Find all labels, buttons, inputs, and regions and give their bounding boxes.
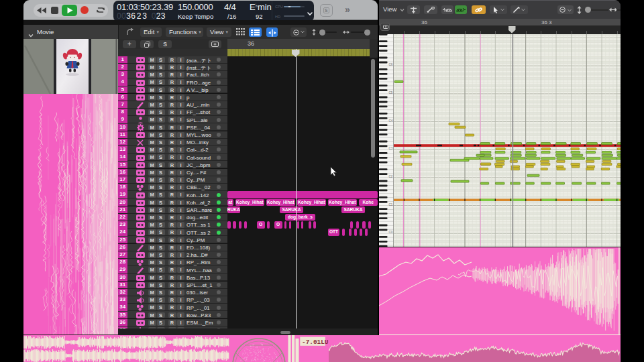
svg-text:C6: C6 — [389, 63, 393, 66]
svg-text:C3: C3 — [389, 147, 393, 150]
svg-text:-7.01LU: -7.01LU — [302, 339, 329, 346]
svg-text:C4: C4 — [389, 119, 393, 123]
svg-text:C1: C1 — [389, 203, 393, 206]
svg-text:C0: C0 — [389, 231, 393, 234]
svg-text:C2: C2 — [389, 175, 393, 178]
svg-text:C5: C5 — [389, 91, 393, 95]
